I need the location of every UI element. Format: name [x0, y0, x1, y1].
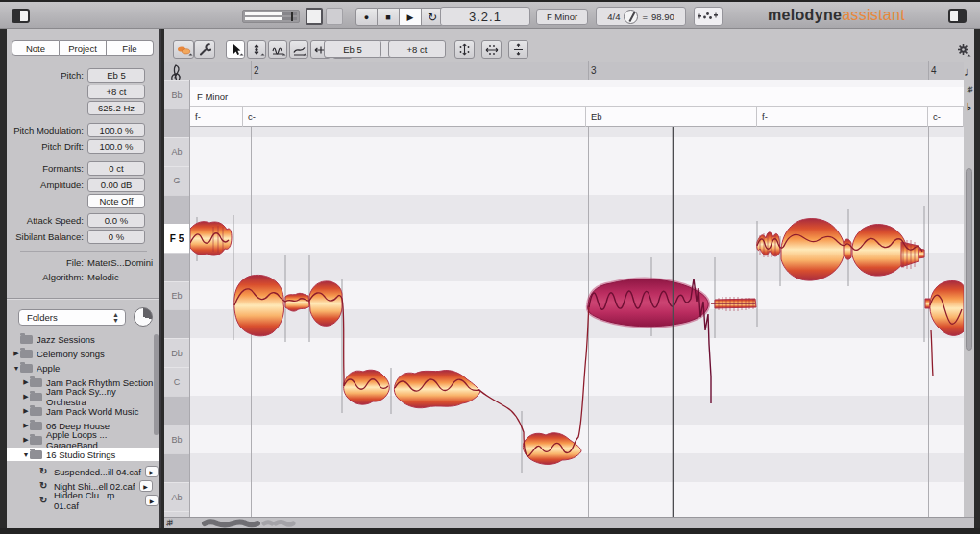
vertical-scrollbar-thumb[interactable]	[966, 168, 972, 351]
pitch-ruler[interactable]: BbAbGF 5EbDbCBbAb	[164, 80, 190, 517]
monitor-level-button[interactable]	[326, 8, 343, 25]
pitch-modulation-field[interactable]: 100.0 %	[87, 123, 145, 137]
logo-melodyne: melodyne	[768, 7, 842, 23]
preview-play-button[interactable]: ▶	[145, 495, 159, 506]
browser-filter-dropdown[interactable]: Folders ▲▼	[18, 309, 126, 326]
browser-folder-jam-pack-sy-ny-orchestra[interactable]: ▶Jam Pack Sy...ny Orchestra	[7, 390, 159, 403]
note-canvas[interactable]	[190, 80, 964, 517]
record-button[interactable]: ●	[355, 8, 378, 26]
chord-label: f-	[762, 111, 768, 122]
editor-settings-button[interactable]	[954, 40, 971, 59]
pitch-label-bb[interactable]: Bb	[164, 425, 189, 453]
vibrato-tool-button[interactable]	[268, 40, 287, 59]
key-signature-row[interactable]: F Minor	[190, 87, 964, 107]
sibilant-balance-field[interactable]: 0 %	[87, 230, 145, 244]
pitch-label-db[interactable]: Db	[164, 338, 189, 367]
chord-cell-eb[interactable]: Eb	[586, 107, 757, 127]
pitch-drift-field[interactable]: 100.0 %	[87, 139, 145, 154]
corner-sharps-icon[interactable]: ♯♯	[166, 518, 171, 527]
toolbar-pitch-value-field[interactable]: Eb 5	[324, 40, 381, 58]
note-off-button[interactable]: Note Off	[87, 194, 145, 208]
pitch-label-blank[interactable]	[164, 396, 189, 425]
pitch-hz-field[interactable]: 625.2 Hz	[87, 101, 145, 115]
inspector-divider	[20, 251, 147, 252]
note-editor-grid[interactable]	[190, 80, 964, 517]
chord-cell-f[interactable]: f-	[190, 107, 243, 127]
chord-cell-c[interactable]: c-	[243, 107, 586, 127]
pitch-label-f5[interactable]: F 5	[164, 224, 189, 253]
file-browser-tree: Jazz Sessions▶Celemony songs▼Apple▶Jam P…	[7, 330, 159, 528]
key-signature-label: F Minor	[197, 91, 228, 102]
amplitude-field[interactable]: 0.00 dB	[87, 178, 145, 192]
folder-icon	[30, 422, 42, 430]
tempo-display[interactable]: 4/4 = 98.90	[596, 7, 686, 26]
browser-file-suspended-ill-04-caf[interactable]: ↻Suspended...ill 04.caf▶	[7, 465, 159, 478]
preview-volume-icon[interactable]	[134, 307, 153, 327]
quarter-note-icon[interactable]: ♩	[964, 64, 974, 79]
pitch-label-bb[interactable]: Bb	[164, 80, 189, 109]
algorithm-wrench-button[interactable]	[194, 40, 215, 59]
pitch-label-c[interactable]: C	[164, 367, 189, 396]
main-tool-button[interactable]	[226, 40, 245, 59]
disclosure-down-icon[interactable]: ▼	[12, 365, 20, 372]
pitch-label-ab[interactable]: Ab	[164, 482, 189, 511]
browser-folder-apple-loops-garageband[interactable]: ▶Apple Loops ... GarageBand	[7, 433, 159, 447]
disclosure-right-icon[interactable]: ▶	[22, 436, 30, 444]
editor-region: Eb 5 Eb 5 Eb 5 +8 ct	[164, 29, 974, 528]
tab-note[interactable]: Note	[12, 40, 60, 56]
chord-cell-f[interactable]: f-	[757, 107, 928, 127]
toolbar-cents-value-field[interactable]: +8 ct	[388, 40, 446, 58]
formants-field[interactable]: 0 ct	[87, 161, 145, 176]
disclosure-right-icon[interactable]: ▶	[12, 350, 20, 357]
tab-project[interactable]: Project	[60, 40, 107, 56]
pitch-label-blank[interactable]	[164, 309, 189, 338]
pitch-tool-button[interactable]	[247, 40, 266, 59]
toggle-left-panel-icon[interactable]	[12, 9, 30, 23]
pitch-label-g[interactable]: G	[164, 166, 189, 195]
pitch-label-ab[interactable]: Ab	[164, 137, 189, 166]
chord-cell-c[interactable]: c-	[928, 107, 964, 127]
pitch-label-blank[interactable]	[164, 253, 189, 281]
browser-filter-value: Folders	[27, 312, 58, 323]
drift-tool-button[interactable]	[289, 40, 308, 59]
key-display[interactable]: F Minor	[536, 9, 588, 25]
time-quantize-button[interactable]	[481, 40, 502, 59]
disclosure-right-icon[interactable]: ▶	[22, 407, 30, 415]
pitch-quantize-button[interactable]	[454, 40, 475, 59]
browser-folder-jazz-sessions[interactable]: Jazz Sessions	[7, 332, 159, 346]
play-button[interactable]: ▶	[400, 8, 422, 26]
note-blobs[interactable]	[190, 219, 964, 465]
preview-play-button[interactable]: ▶	[145, 466, 159, 477]
pitch-cents-field[interactable]: +8 ct	[87, 85, 145, 99]
browser-folder-apple[interactable]: ▼Apple	[7, 361, 159, 375]
pitch-label-blank[interactable]	[164, 453, 189, 482]
toggle-right-panel-icon[interactable]	[948, 9, 967, 23]
sharps-snap-icon[interactable]: ♯♯	[964, 85, 974, 94]
attack-speed-field[interactable]: 0.0 %	[87, 213, 145, 228]
monitor-toggle-button[interactable]	[306, 8, 323, 25]
pitch-curve	[190, 233, 962, 456]
flat-snap-icon[interactable]: ♭	[964, 101, 974, 113]
browser-folder-16-studio-strings[interactable]: ▼16 Studio Strings	[7, 448, 159, 461]
pitch-label-blank[interactable]	[164, 195, 189, 224]
pitch-label-blank[interactable]	[164, 109, 189, 137]
logo-assistant: assistant	[842, 7, 905, 23]
horizontal-scroll-area[interactable]	[164, 517, 974, 528]
chord-track[interactable]: f-c-Ebf-c-	[190, 107, 964, 127]
note-display-mode-button[interactable]	[694, 7, 723, 26]
pitch-field[interactable]: Eb 5	[87, 68, 145, 83]
browser-folder-jam-pack-world-music[interactable]: ▶Jam Pack World Music	[7, 404, 159, 418]
separation-grid-button[interactable]	[508, 40, 528, 59]
disclosure-right-icon[interactable]: ▶	[22, 393, 30, 400]
note-assignment-mode-button[interactable]	[173, 40, 194, 59]
browser-scrollbar-thumb[interactable]	[154, 334, 159, 435]
browser-file-hidden-clu-rp-01-caf[interactable]: ↻Hidden Clu...rp 01.caf▶	[7, 494, 159, 507]
stop-button[interactable]: ■	[378, 8, 400, 26]
disclosure-right-icon[interactable]: ▶	[22, 422, 30, 429]
tab-file[interactable]: File	[107, 40, 154, 56]
song-position-display[interactable]: 3.2.1	[440, 7, 530, 26]
pitch-label-eb[interactable]: Eb	[164, 281, 189, 310]
browser-folder-celemony-songs[interactable]: ▶Celemony songs	[7, 347, 159, 360]
disclosure-down-icon[interactable]: ▼	[22, 451, 30, 458]
disclosure-right-icon[interactable]: ▶	[22, 378, 30, 386]
